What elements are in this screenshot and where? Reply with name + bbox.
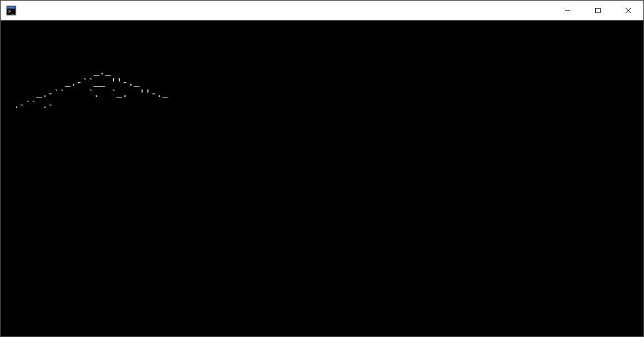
window-controls [553,1,643,20]
console-window: >_ _._ _.-``__ ''-._ _.-`` `. `_. ''-._ [0,0,644,337]
app-icon: >_ [6,5,16,16]
svg-rect-4 [596,8,601,13]
svg-text:>_: >_ [8,9,14,14]
terminal-area: _._ _.-``__ ''-._ _.-`` `. `_. ''-._ .-`… [1,20,643,336]
maximize-button[interactable] [583,1,613,20]
titlebar[interactable]: >_ [1,1,643,20]
close-button[interactable] [613,1,643,20]
minimize-button[interactable] [553,1,583,20]
terminal-output[interactable]: _._ _.-``__ ''-._ _.-`` `. `_. ''-._ .-`… [1,20,643,336]
